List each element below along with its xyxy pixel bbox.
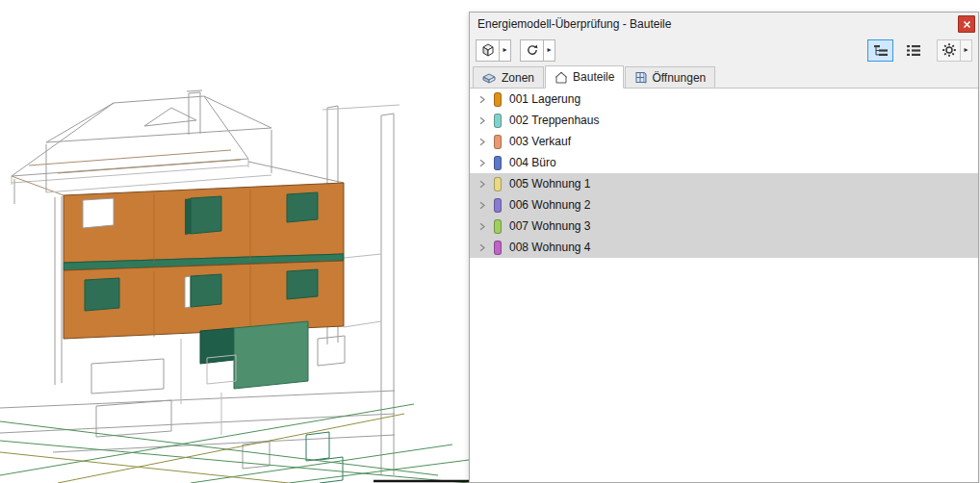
- dropdown-arrow-icon: ▸: [964, 46, 967, 54]
- terrain-lines: [0, 404, 469, 483]
- row-color-chip: [494, 114, 502, 128]
- list-item[interactable]: 002 Treppenhaus: [470, 110, 978, 131]
- cube-icon: [480, 42, 496, 58]
- zones-icon: [482, 72, 497, 84]
- chevron-right-icon[interactable]: [478, 159, 490, 167]
- row-label: 002 Treppenhaus: [509, 114, 599, 127]
- row-label: 007 Wohnung 3: [509, 219, 591, 233]
- component-list: 001 Lagerung 002 Treppenhaus 003 Verkauf…: [470, 89, 978, 482]
- update-dropdown[interactable]: ▸: [544, 39, 555, 62]
- tree-view-button[interactable]: [867, 39, 893, 62]
- panel-titlebar[interactable]: Energiemodell-Überprüfung - Bauteile: [470, 13, 978, 36]
- 3d-viewport[interactable]: [0, 0, 469, 483]
- row-label: 006 Wohnung 2: [509, 198, 591, 212]
- row-label: 003 Verkauf: [509, 135, 571, 148]
- list-item[interactable]: 006 Wohnung 2: [470, 194, 978, 216]
- opening-icon: [634, 71, 647, 84]
- tab-label: Bauteile: [573, 70, 614, 84]
- tab-bar: Zonen Bauteile Öffnungen: [470, 64, 978, 89]
- close-x-icon: [963, 20, 971, 29]
- tree-view-icon: [873, 44, 889, 57]
- gear-icon: [941, 42, 957, 58]
- chevron-right-icon[interactable]: [478, 243, 490, 252]
- list-item[interactable]: 007 Wohnung 3: [470, 216, 978, 237]
- tab-label: Zonen: [502, 71, 534, 85]
- row-color-chip: [494, 92, 502, 107]
- chevron-right-icon[interactable]: [478, 116, 490, 125]
- chevron-right-icon[interactable]: [478, 222, 490, 231]
- chevron-right-icon[interactable]: [478, 138, 490, 146]
- row-color-chip: [494, 198, 502, 213]
- tab-zonen[interactable]: Zonen: [473, 66, 544, 88]
- row-color-chip: [494, 156, 502, 170]
- chevron-right-icon[interactable]: [478, 95, 490, 104]
- list-item[interactable]: 003 Verkauf: [470, 131, 978, 152]
- tab-label: Öffnungen: [652, 71, 706, 85]
- close-button[interactable]: [958, 15, 975, 33]
- energy-model-panel: Energiemodell-Überprüfung - Bauteile ▸: [469, 12, 979, 483]
- house-icon: [554, 71, 568, 84]
- tab-oeffnungen[interactable]: Öffnungen: [625, 66, 715, 88]
- row-color-chip: [494, 135, 502, 149]
- dropdown-arrow-icon: ▸: [547, 46, 551, 54]
- refresh-icon: [525, 42, 540, 58]
- row-label: 004 Büro: [509, 156, 556, 169]
- settings-button-group: ▸: [937, 39, 972, 62]
- update-button-group: ▸: [520, 39, 555, 62]
- list-view-icon: [906, 44, 921, 57]
- row-label: 005 Wohnung 1: [509, 177, 591, 191]
- row-label: 008 Wohnung 4: [509, 241, 591, 254]
- update-button[interactable]: [520, 39, 544, 62]
- row-label: 001 Lagerung: [509, 92, 580, 106]
- row-color-chip: [494, 241, 502, 255]
- model-button-group: ▸: [476, 39, 511, 62]
- facade: [64, 183, 344, 339]
- list-item[interactable]: 005 Wohnung 1: [470, 173, 978, 194]
- list-item[interactable]: 001 Lagerung: [470, 89, 978, 110]
- row-color-chip: [494, 219, 502, 234]
- settings-dropdown[interactable]: ▸: [961, 39, 972, 62]
- tab-bauteile[interactable]: Bauteile: [545, 65, 624, 89]
- row-color-chip: [494, 177, 502, 191]
- model-3d-button[interactable]: [476, 39, 500, 62]
- panel-toolbar: ▸ ▸: [470, 36, 978, 64]
- panel-title: Energiemodell-Überprüfung - Bauteile: [477, 17, 958, 31]
- roof-deck: [200, 321, 308, 389]
- list-item[interactable]: 008 Wohnung 4: [470, 237, 978, 258]
- lower-wireframe: [0, 336, 395, 483]
- list-view-button[interactable]: [900, 39, 926, 62]
- chevron-right-icon[interactable]: [478, 201, 490, 210]
- list-item[interactable]: 004 Büro: [470, 152, 978, 173]
- settings-button[interactable]: [937, 39, 961, 62]
- model-3d-dropdown[interactable]: ▸: [500, 39, 511, 62]
- chevron-right-icon[interactable]: [478, 180, 490, 189]
- dropdown-arrow-icon: ▸: [503, 46, 506, 54]
- building-model: [0, 0, 469, 483]
